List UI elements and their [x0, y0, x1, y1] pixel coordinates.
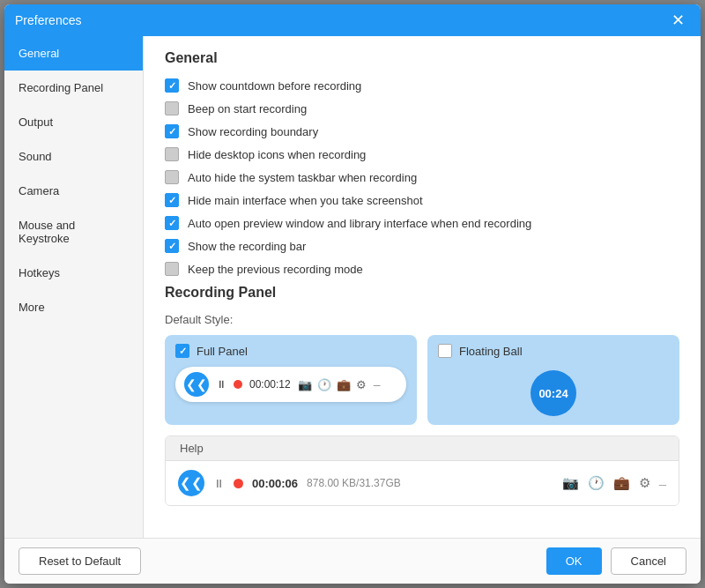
title-bar: Preferences ✕	[4, 4, 701, 36]
checkbox-show-bar: Show the recording bar	[165, 239, 679, 253]
sidebar-item-more[interactable]: More	[4, 290, 143, 324]
floating-ball-checkbox[interactable]	[438, 344, 452, 358]
full-panel-mini-bar: ❮❮ ⏸ 00:00:12 📷 🕐 💼 ⚙ –	[175, 367, 406, 402]
help-clock-icon[interactable]: 🕐	[588, 475, 605, 491]
checkbox-keep-mode-label: Keep the previous recording mode	[188, 263, 363, 276]
checkbox-hide-icons-input[interactable]	[165, 147, 179, 161]
full-panel-label: Full Panel	[197, 345, 248, 358]
checkbox-hide-icons-label: Hide desktop icons when recording	[188, 148, 366, 161]
camera-icon[interactable]: 📷	[298, 378, 312, 391]
checkbox-hide-icons: Hide desktop icons when recording	[165, 147, 679, 161]
settings-icon[interactable]: ⚙	[356, 378, 367, 391]
help-bar: ❮❮ ⏸ 00:00:06 878.00 KB/31.37GB 📷 🕐 💼 ⚙ …	[166, 461, 679, 505]
help-settings-icon[interactable]: ⚙	[639, 475, 650, 491]
full-panel-card: Full Panel ❮❮ ⏸ 00:00:12 📷 🕐 💼 ⚙	[165, 335, 417, 425]
content-area: General Recording Panel Output Sound Cam…	[4, 36, 701, 538]
full-panel-minimize[interactable]: –	[374, 377, 381, 391]
help-pause-icon[interactable]: ⏸	[213, 477, 225, 490]
checkbox-keep-mode: Keep the previous recording mode	[165, 262, 679, 276]
floating-ball-card: Floating Ball 00:24	[427, 335, 679, 425]
style-options: Full Panel ❮❮ ⏸ 00:00:12 📷 🕐 💼 ⚙	[165, 335, 679, 425]
sidebar-item-sound[interactable]: Sound	[4, 139, 143, 174]
checkbox-auto-open-input[interactable]	[165, 216, 179, 230]
checkbox-hide-main: Hide main interface when you take screen…	[165, 193, 679, 207]
checkbox-auto-open: Auto open preview window and library int…	[165, 216, 679, 230]
checkbox-hide-taskbar-label: Auto hide the system taskbar when record…	[188, 171, 417, 184]
full-panel-rec-dot	[234, 380, 242, 389]
checkbox-boundary-label: Show recording boundary	[188, 125, 318, 138]
full-panel-header: Full Panel	[175, 344, 406, 358]
folder-icon[interactable]: 💼	[337, 378, 351, 391]
checkbox-hide-taskbar: Auto hide the system taskbar when record…	[165, 170, 679, 184]
sidebar-item-mouse-keystroke[interactable]: Mouse and Keystroke	[4, 208, 143, 256]
checkbox-hide-main-input[interactable]	[165, 193, 179, 207]
general-section-title: General	[165, 50, 679, 66]
help-minimize[interactable]: –	[659, 476, 666, 491]
checkbox-beep: Beep on start recording	[165, 101, 679, 115]
full-panel-checkbox[interactable]	[175, 344, 189, 358]
help-tab[interactable]: Help	[166, 436, 679, 461]
checkbox-boundary-input[interactable]	[165, 124, 179, 138]
help-rec-dot	[234, 479, 243, 488]
help-folder-icon[interactable]: 💼	[613, 475, 630, 491]
checkbox-show-bar-input[interactable]	[165, 239, 179, 253]
checkbox-countdown-input[interactable]	[165, 78, 179, 93]
full-panel-icons: 📷 🕐 💼 ⚙	[298, 378, 367, 391]
sidebar-item-output[interactable]: Output	[4, 105, 143, 139]
checkbox-boundary: Show recording boundary	[165, 124, 679, 138]
checkbox-hide-taskbar-input[interactable]	[165, 170, 179, 184]
help-storage: 878.00 KB/31.37GB	[307, 477, 401, 489]
floating-ball-header: Floating Ball	[438, 344, 523, 358]
full-panel-time: 00:00:12	[249, 378, 291, 391]
reset-to-default-button[interactable]: Reset to Default	[19, 547, 141, 575]
default-style-label: Default Style:	[165, 313, 679, 326]
footer: Reset to Default OK Cancel	[4, 538, 701, 584]
sidebar-item-hotkeys[interactable]: Hotkeys	[4, 256, 143, 290]
sidebar-item-recording-panel[interactable]: Recording Panel	[4, 71, 143, 105]
checkbox-hide-main-label: Hide main interface when you take screen…	[188, 194, 423, 207]
sidebar-item-general[interactable]: General	[4, 36, 143, 71]
checkbox-auto-open-label: Auto open preview window and library int…	[188, 217, 531, 230]
checkbox-beep-label: Beep on start recording	[188, 102, 307, 115]
dialog-title: Preferences	[15, 13, 81, 27]
checkbox-show-bar-label: Show the recording bar	[188, 240, 306, 253]
full-panel-back-button[interactable]: ❮❮	[184, 372, 209, 397]
floating-ball-label: Floating Ball	[459, 345, 523, 358]
sidebar-item-camera[interactable]: Camera	[4, 174, 143, 208]
close-button[interactable]: ✕	[666, 11, 690, 30]
recording-panel-title: Recording Panel	[165, 285, 679, 301]
help-section: Help ❮❮ ⏸ 00:00:06 878.00 KB/31.37GB 📷 🕐…	[165, 435, 679, 506]
main-panel: General Show countdown before recording …	[144, 36, 701, 538]
cancel-button[interactable]: Cancel	[611, 547, 686, 575]
recording-panel-section: Recording Panel Default Style: Full Pane…	[165, 285, 679, 506]
checkbox-countdown: Show countdown before recording	[165, 78, 679, 93]
help-back-button[interactable]: ❮❮	[178, 470, 204, 496]
floating-ball-widget: 00:24	[531, 370, 576, 416]
ok-button[interactable]: OK	[546, 547, 602, 575]
checkbox-countdown-label: Show countdown before recording	[188, 79, 361, 93]
preferences-dialog: Preferences ✕ General Recording Panel Ou…	[4, 4, 701, 584]
footer-right: OK Cancel	[546, 547, 686, 575]
floating-ball-time: 00:24	[538, 387, 568, 400]
full-panel-pause-icon[interactable]: ⏸	[216, 378, 226, 391]
checkbox-keep-mode-input[interactable]	[165, 262, 179, 276]
clock-icon[interactable]: 🕐	[317, 378, 331, 391]
checkbox-beep-input[interactable]	[165, 101, 179, 115]
help-icons: 📷 🕐 💼 ⚙ –	[562, 475, 666, 491]
help-camera-icon[interactable]: 📷	[562, 475, 579, 491]
help-time: 00:00:06	[252, 477, 298, 490]
sidebar: General Recording Panel Output Sound Cam…	[4, 36, 144, 538]
help-tab-label: Help	[180, 442, 204, 455]
